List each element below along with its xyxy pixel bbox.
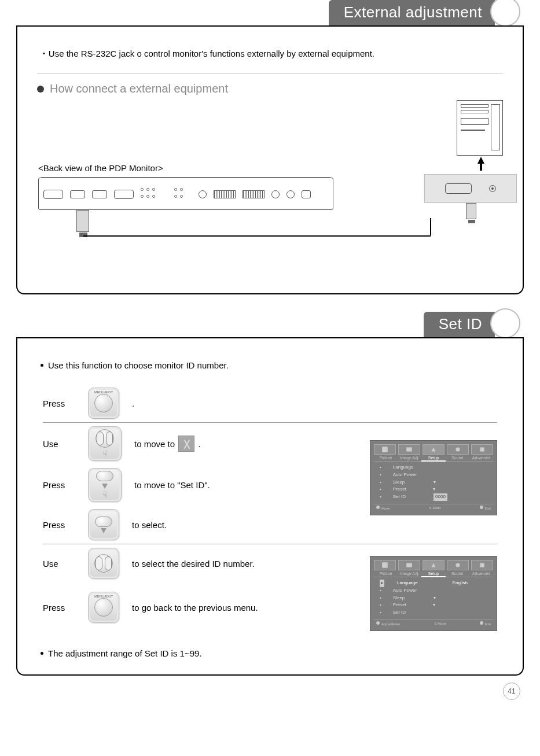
osd-tab-icon — [374, 444, 396, 455]
divider — [37, 73, 503, 74]
setup-tools-icon — [178, 436, 194, 452]
port-icon — [114, 190, 134, 199]
port-icon — [92, 190, 107, 198]
intro-text: Use this function to choose monitor ID n… — [41, 360, 503, 370]
step-row: Press to select. — [43, 506, 357, 544]
step-text: . — [132, 399, 357, 408]
menu-exit-button-icon: MENU/EXIT — [88, 592, 119, 623]
step-row: Use to select the desired ID number. — [43, 544, 357, 582]
osd-tab-icon — [447, 444, 469, 455]
rs232-connector-icon — [466, 203, 476, 219]
step-action: Use — [43, 439, 75, 449]
slot-icon — [243, 190, 265, 198]
audio-jacks-icon — [174, 188, 192, 201]
osd-tab-icon — [398, 444, 420, 455]
rs232-connector-icon — [76, 210, 89, 232]
subheading-connect: How connect a external equipment — [37, 82, 503, 95]
external-adjustment-frame: •Use the RS-232C jack o control monitor'… — [16, 25, 524, 294]
osd-tab-icon — [423, 560, 445, 570]
osd-tab-icon — [471, 444, 493, 455]
down-select-button-icon — [88, 509, 119, 540]
svg-rect-1 — [406, 447, 412, 451]
step-text: to go back to the previous menu. — [132, 603, 357, 613]
step-action: Use — [43, 559, 75, 569]
left-right-nav-button-icon — [88, 548, 119, 579]
osd-screenshot-setup: Picture Image Adj. Setup Sound Advanced … — [370, 440, 497, 515]
pc-port-panel — [424, 174, 517, 203]
osd-screenshot-language: Picture Image Adj. Setup Sound Advanced … — [370, 556, 497, 631]
osd-tab-icon — [374, 560, 396, 570]
serial-port-icon — [445, 183, 472, 194]
section-title: External adjustment — [329, 0, 495, 26]
hand-pointer-icon: ☟ — [102, 490, 108, 499]
step-text: to move to . — [134, 436, 357, 452]
slot-icon — [214, 190, 236, 198]
step-action: Press — [43, 480, 75, 490]
page-footer: 41 — [16, 676, 524, 703]
jack-icon — [271, 190, 280, 198]
svg-rect-4 — [382, 562, 388, 568]
step-text: to select the desired ID number. — [132, 559, 357, 569]
step-action: Press — [43, 603, 75, 613]
section-header-external: External adjustment — [16, 0, 524, 29]
menu-exit-button-icon: MENU/EXIT — [88, 388, 119, 419]
section-title: Set ID — [424, 312, 495, 338]
svg-rect-7 — [480, 563, 484, 567]
svg-point-2 — [455, 447, 460, 451]
port-icon — [70, 190, 85, 198]
jack-icon — [286, 190, 295, 198]
hand-pointer-icon: ☟ — [102, 449, 108, 458]
step-text: to select. — [132, 520, 357, 530]
audio-jacks-icon — [141, 188, 167, 201]
osd-tab-icon — [423, 444, 445, 455]
svg-rect-5 — [406, 563, 412, 567]
port-icon — [43, 190, 63, 199]
left-right-nav-button-icon: ☟ — [88, 426, 122, 461]
header-decor-circle — [490, 308, 520, 338]
step-text: to move to "Set ID". — [134, 480, 357, 490]
jack-icon — [199, 190, 207, 198]
cable-line — [430, 218, 431, 235]
page-number: 41 — [503, 683, 520, 700]
arrow-up-icon — [480, 163, 482, 171]
pdp-back-panel — [38, 178, 333, 210]
set-id-frame: Use this function to choose monitor ID n… — [16, 337, 524, 676]
intro-text: •Use the RS-232C jack o control monitor'… — [43, 49, 503, 58]
step-action: Press — [43, 520, 75, 530]
osd-tab-icon — [398, 560, 420, 570]
port-icon — [302, 190, 311, 198]
steps-list: Press MENU/EXIT . Use ☟ — [43, 384, 497, 631]
svg-point-6 — [455, 563, 460, 567]
step-row: Press MENU/EXIT . — [43, 384, 497, 422]
step-row: Press ☟ to move to "Set ID". — [43, 464, 357, 506]
header-decor-circle — [490, 0, 520, 27]
svg-rect-0 — [382, 447, 388, 452]
section-header-setid: Set ID — [16, 312, 524, 341]
step-action: Press — [43, 399, 75, 408]
step-row: Press MENU/EXIT to go back to the previo… — [43, 588, 357, 626]
step-row: Use ☟ to move to . — [43, 423, 357, 464]
osd-tab-icon — [471, 560, 493, 570]
down-nav-button-icon: ☟ — [88, 468, 122, 502]
footer-note: The adjustment range of Set ID is 1~99. — [41, 648, 503, 658]
svg-rect-3 — [480, 447, 484, 451]
connection-diagram: <Back view of the PDP Monitor> — [37, 100, 503, 274]
pc-tower-icon — [457, 100, 503, 156]
aux-port-icon — [489, 185, 496, 192]
bullet-icon — [37, 86, 44, 93]
cable-line — [83, 235, 431, 237]
osd-tab-icon — [447, 560, 469, 570]
